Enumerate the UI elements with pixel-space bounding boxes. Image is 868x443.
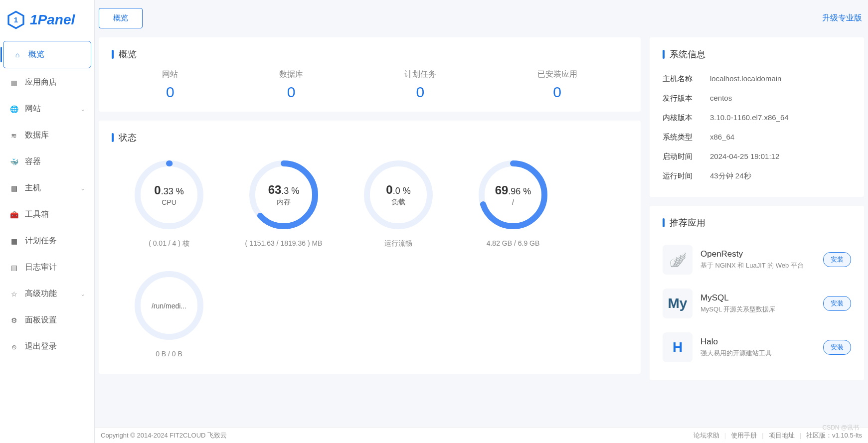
sidebar-item-label: 工具箱 [25, 209, 49, 220]
install-button[interactable]: 安装 [823, 252, 851, 267]
footer-link-1[interactable]: 使用手册 [731, 431, 757, 440]
gauge-value: 0.33 % [154, 183, 183, 197]
nav: ⌂概览▦应用商店🌐网站⌄≋数据库🐳容器▤主机⌄🧰工具箱▦计划任务▤日志审计☆高级… [0, 40, 94, 443]
gauge-detail: 运行流畅 [356, 239, 441, 248]
install-button[interactable]: 安装 [823, 296, 851, 311]
gauge-label: 内存 [277, 198, 291, 207]
gauge-label: CPU [162, 198, 176, 206]
clipboard-icon: ▤ [9, 263, 19, 273]
overview-stat-0[interactable]: 网站0 [162, 69, 178, 101]
calendar-icon: ▦ [9, 236, 19, 246]
sidebar-item-4[interactable]: 🐳容器 [0, 148, 94, 175]
sysinfo-card: 系统信息 主机名称localhost.localdomain发行版本centos… [650, 37, 864, 197]
footer-link-0[interactable]: 论坛求助 [694, 431, 719, 440]
copyright: Copyright © 2014-2024 FIT2CLOUD 飞致云 [101, 431, 227, 440]
sidebar-item-0[interactable]: ⌂概览 [3, 41, 91, 68]
sidebar-item-label: 日志审计 [25, 262, 57, 273]
stat-label: 网站 [162, 69, 178, 80]
grid-icon: ▦ [9, 78, 19, 88]
sidebar-item-label: 高级功能 [25, 289, 57, 299]
upgrade-link[interactable]: 升级专业版 [820, 8, 864, 28]
overview-stat-2[interactable]: 计划任务0 [404, 69, 436, 101]
info-key: 系统类型 [663, 133, 710, 142]
gauge-1[interactable]: 63.3 %内存( 1151.63 / 1819.36 ) MB [241, 157, 326, 248]
gauge-0[interactable]: 0.33 %CPU( 0.01 / 4 ) 核 [127, 157, 211, 248]
info-value: centos [710, 94, 732, 103]
logout-icon: ⎋ [9, 342, 19, 352]
sidebar-item-label: 数据库 [25, 130, 49, 141]
app-name: OpenResty [700, 249, 815, 259]
info-value: 2024-04-25 19:01:12 [710, 152, 779, 161]
gauge-label: /run/medi... [152, 302, 186, 310]
footer-link-2[interactable]: 项目地址 [769, 431, 795, 440]
sidebar-item-7[interactable]: ▦计划任务 [0, 228, 94, 254]
gauge-value: 69.96 % [495, 183, 531, 197]
overview-stat-3[interactable]: 已安装应用0 [537, 69, 577, 101]
info-value: 3.10.0-1160.el7.x86_64 [710, 113, 789, 123]
stat-label: 计划任务 [404, 69, 436, 80]
gauge-4[interactable]: /run/medi...0 B / 0 B [127, 268, 211, 358]
brand-text: 1Panel [30, 12, 75, 28]
sidebar-item-3[interactable]: ≋数据库 [0, 122, 94, 148]
gauge-detail: 4.82 GB / 6.9 GB [471, 239, 555, 247]
info-value: localhost.localdomain [710, 74, 781, 84]
recommended-title: 推荐应用 [663, 217, 851, 229]
sidebar-item-label: 容器 [25, 156, 41, 167]
gauge-3[interactable]: 69.96 %/4.82 GB / 6.9 GB [471, 157, 555, 248]
sysinfo-row-3: 系统类型x86_64 [663, 128, 851, 147]
gear-icon: ⚙ [9, 315, 19, 325]
sidebar-item-label: 概览 [28, 49, 44, 60]
status-title: 状态 [112, 132, 628, 144]
info-key: 主机名称 [663, 74, 710, 84]
docker-icon: 🐳 [9, 157, 19, 167]
gauge-detail: ( 1151.63 / 1819.36 ) MB [241, 239, 326, 247]
sidebar-item-6[interactable]: 🧰工具箱 [0, 201, 94, 228]
info-value: x86_64 [710, 133, 734, 142]
app-item-0: 🪽OpenResty基于 NGINX 和 LuaJIT 的 Web 平台安装 [663, 238, 851, 282]
sidebar-item-2[interactable]: 🌐网站⌄ [0, 96, 94, 122]
sidebar-item-11[interactable]: ⎋退出登录 [0, 333, 94, 360]
stat-value: 0 [404, 84, 436, 101]
overview-title: 概览 [112, 48, 628, 60]
install-button[interactable]: 安装 [823, 340, 851, 355]
sidebar-item-5[interactable]: ▤主机⌄ [0, 175, 94, 201]
overview-stat-1[interactable]: 数据库0 [279, 69, 303, 101]
gauge-label: / [512, 198, 514, 206]
sidebar-item-label: 应用商店 [25, 77, 57, 88]
chevron-down-icon: ⌄ [80, 106, 85, 113]
sysinfo-row-4: 启动时间2024-04-25 19:01:12 [663, 147, 851, 166]
globe-icon: 🌐 [9, 104, 19, 114]
app-icon: H [663, 332, 693, 362]
logo[interactable]: 1 1Panel [0, 0, 94, 40]
app-item-2: HHalo强大易用的开源建站工具安装 [663, 325, 851, 369]
app-name: MySQL [700, 293, 815, 303]
gauge-detail: ( 0.01 / 4 ) 核 [127, 239, 211, 248]
tabs: 概览 [99, 8, 143, 28]
overview-card: 概览 网站0数据库0计划任务0已安装应用0 [99, 37, 641, 112]
sidebar-item-1[interactable]: ▦应用商店 [0, 69, 94, 96]
app-item-1: MyMySQLMySQL 开源关系型数据库安装 [663, 282, 851, 325]
svg-text:1: 1 [14, 15, 18, 24]
layers-icon: ≋ [9, 131, 19, 141]
sidebar-item-9[interactable]: ☆高级功能⌄ [0, 281, 94, 307]
stat-label: 数据库 [279, 69, 303, 80]
app-icon: 🪽 [663, 245, 693, 275]
footer-version: 社区版：v1.10.5-lts [806, 431, 862, 440]
gauge-detail: 0 B / 0 B [127, 350, 211, 358]
status-card: 状态 0.33 %CPU( 0.01 / 4 ) 核63.3 %内存( 1151… [99, 121, 641, 374]
info-value: 43分钟 24秒 [710, 171, 751, 181]
app-desc: 基于 NGINX 和 LuaJIT 的 Web 平台 [700, 261, 815, 270]
footer: Copyright © 2014-2024 FIT2CLOUD 飞致云 论坛求助… [95, 427, 868, 443]
stat-value: 0 [279, 84, 303, 101]
sidebar-item-8[interactable]: ▤日志审计 [0, 254, 94, 281]
gauge-label: 负载 [391, 198, 405, 207]
home-icon: ⌂ [12, 50, 22, 60]
gauge-2[interactable]: 0.0 %负载运行流畅 [356, 157, 441, 248]
sysinfo-row-0: 主机名称localhost.localdomain [663, 69, 851, 89]
info-key: 内核版本 [663, 113, 710, 123]
app-name: Halo [700, 337, 815, 347]
info-key: 启动时间 [663, 152, 710, 161]
tab-overview[interactable]: 概览 [99, 8, 143, 28]
toolbox-icon: 🧰 [9, 210, 19, 220]
sidebar-item-10[interactable]: ⚙面板设置 [0, 307, 94, 333]
